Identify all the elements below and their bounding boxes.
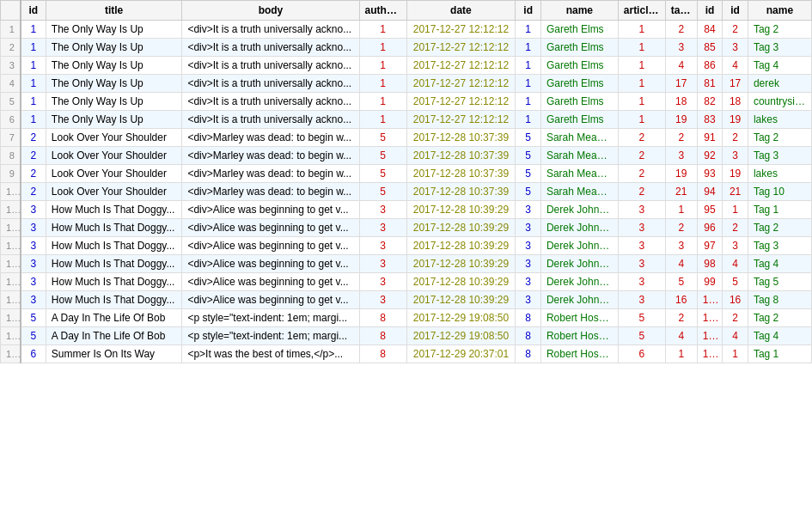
table-cell: Tag 4	[748, 327, 811, 345]
table-cell: 1	[1, 21, 21, 39]
table-cell: 2017-12-28 10:37:39	[406, 183, 516, 201]
table-cell: 5	[359, 183, 406, 201]
table-cell: 8	[359, 345, 406, 363]
table-cell: Tag 10	[748, 183, 811, 201]
table-cell: 13	[1, 237, 21, 255]
table-cell: <div>It is a truth universally ackno...	[182, 57, 359, 75]
col-header-authorid[interactable]: authorId	[359, 1, 406, 21]
table-cell: 19	[665, 111, 697, 129]
table-cell: 2	[723, 129, 748, 147]
table-row: 21The Only Way Is Up<div>It is a truth u…	[1, 39, 812, 57]
table-row: 102Look Over Your Shoulder<div>Marley wa…	[1, 183, 812, 201]
table-cell: 3	[516, 219, 541, 237]
table-cell: The Only Way Is Up	[46, 21, 182, 39]
table-cell: Robert Hoskins	[540, 309, 618, 327]
table-cell: 5	[516, 165, 541, 183]
table-cell: Derek Johnston	[540, 255, 618, 273]
table-cell: 11	[1, 201, 21, 219]
table-cell: Tag 2	[748, 219, 811, 237]
table-cell: 3	[516, 255, 541, 273]
table-cell: Tag 3	[748, 237, 811, 255]
table-cell: 2017-12-29 20:37:01	[406, 345, 516, 363]
table-cell: 2	[665, 309, 697, 327]
table-cell: Derek Johnston	[540, 237, 618, 255]
table-cell: 3	[516, 291, 541, 309]
table-cell: 1	[723, 345, 748, 363]
table-cell: 8	[359, 327, 406, 345]
table-cell: 82	[697, 93, 723, 111]
table-cell: <div>It is a truth universally ackno...	[182, 75, 359, 93]
table-cell: 106	[697, 309, 723, 327]
table-cell: Look Over Your Shoulder	[46, 183, 182, 201]
table-cell: 92	[697, 147, 723, 165]
table-cell: Sarah Meaning	[540, 183, 618, 201]
table-cell: 18	[665, 93, 697, 111]
table-cell: 1	[21, 111, 46, 129]
table-row: 163How Much Is That Doggy...<div>Alice w…	[1, 291, 812, 309]
table-cell: 94	[697, 183, 723, 201]
col-header-articleid[interactable]: articleId	[618, 1, 665, 21]
table-cell: 2017-12-27 12:12:12	[406, 57, 516, 75]
table-cell: <div>Marley was dead: to begin w...	[182, 183, 359, 201]
col-header-title[interactable]: title	[46, 1, 182, 21]
table-cell: 3	[359, 273, 406, 291]
table-cell: 2	[21, 183, 46, 201]
col-header-name[interactable]: name	[540, 1, 618, 21]
table-cell: 1	[516, 57, 541, 75]
data-table: id title body authorId date id name arti…	[0, 0, 812, 363]
table-cell: 19	[665, 165, 697, 183]
table-cell: 17	[723, 75, 748, 93]
table-cell: 21	[665, 183, 697, 201]
table-cell: 4	[1, 75, 21, 93]
table-cell: Sarah Meaning	[540, 147, 618, 165]
table-cell: Derek Johnston	[540, 201, 618, 219]
table-cell: 1	[618, 93, 665, 111]
col-header-id[interactable]: id	[21, 1, 46, 21]
table-cell: How Much Is That Doggy...	[46, 201, 182, 219]
table-cell: 2017-12-28 10:39:29	[406, 201, 516, 219]
table-cell: 2	[21, 129, 46, 147]
table-cell: 2017-12-28 10:39:29	[406, 219, 516, 237]
col-header-id4[interactable]: id	[723, 1, 748, 21]
table-cell: 2017-12-27 12:12:12	[406, 93, 516, 111]
col-header-date[interactable]: date	[406, 1, 516, 21]
table-cell: 3	[723, 147, 748, 165]
table-cell: 3	[21, 291, 46, 309]
table-cell: 1	[359, 75, 406, 93]
table-cell: How Much Is That Doggy...	[46, 219, 182, 237]
table-cell: 95	[697, 201, 723, 219]
table-cell: Tag 1	[748, 201, 811, 219]
table-cell: 7	[1, 129, 21, 147]
table-row: 143How Much Is That Doggy...<div>Alice w…	[1, 255, 812, 273]
table-cell: 2	[21, 147, 46, 165]
table-cell: 91	[697, 129, 723, 147]
table-cell: Tag 2	[748, 129, 811, 147]
table-cell: 8	[516, 309, 541, 327]
table-cell: 5	[516, 129, 541, 147]
table-body: 11The Only Way Is Up<div>It is a truth u…	[1, 21, 812, 363]
table-cell: 5	[618, 309, 665, 327]
table-cell: 5	[723, 273, 748, 291]
table-cell: 3	[665, 147, 697, 165]
table-cell: How Much Is That Doggy...	[46, 255, 182, 273]
col-header-id3[interactable]: id	[697, 1, 723, 21]
table-cell: 96	[697, 219, 723, 237]
col-header-body[interactable]: body	[182, 1, 359, 21]
col-header-tagid[interactable]: tagId	[665, 1, 697, 21]
table-cell: 1	[618, 57, 665, 75]
col-header-name2[interactable]: name	[748, 1, 811, 21]
table-row: 196Summer Is On Its Way<p>It was the bes…	[1, 345, 812, 363]
table-cell: lakes	[748, 111, 811, 129]
col-header-id2[interactable]: id	[516, 1, 541, 21]
table-cell: 2	[723, 21, 748, 39]
table-cell: Gareth Elms	[540, 111, 618, 129]
table-cell: 4	[723, 57, 748, 75]
table-cell: <div>Alice was beginning to get v...	[182, 255, 359, 273]
table-cell: <div>Marley was dead: to begin w...	[182, 147, 359, 165]
table-cell: 3	[1, 57, 21, 75]
table-row: 123How Much Is That Doggy...<div>Alice w…	[1, 219, 812, 237]
table-cell: 1	[21, 93, 46, 111]
table-cell: 3	[21, 255, 46, 273]
table-row: 11The Only Way Is Up<div>It is a truth u…	[1, 21, 812, 39]
table-cell: <div>Alice was beginning to get v...	[182, 237, 359, 255]
